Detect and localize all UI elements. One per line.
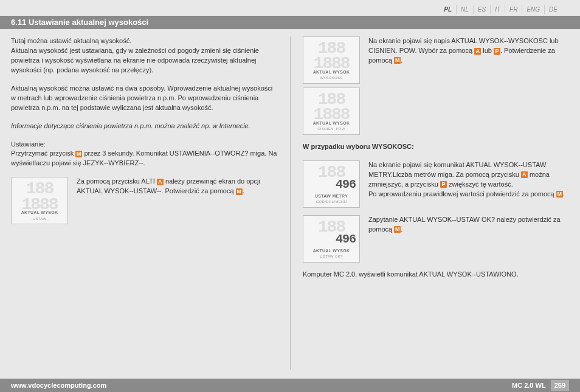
p-button-icon: P <box>494 48 500 55</box>
left-column: Tutaj można ustawić aktualną wysokość. A… <box>11 36 290 370</box>
lang-nl[interactable]: NL <box>456 5 473 14</box>
lcd-line: AKTUAL WYSOK <box>306 120 357 126</box>
text: . <box>243 187 244 194</box>
language-bar: PL NL ES IT FR ENG DE <box>440 5 562 14</box>
lang-es[interactable]: ES <box>473 5 490 14</box>
text: . <box>401 57 402 64</box>
lcd-row: 188 496 AKTUAL WYSOK USTAW OK? Zapytanie… <box>303 215 569 263</box>
lcd-line: WYSOKOSC <box>306 75 357 81</box>
m-button-icon: M <box>556 191 563 198</box>
text: . <box>563 190 565 198</box>
lcd-line: --USTAW-- <box>14 216 65 222</box>
body-text: Zapytanie AKTUAL WYSOK--USTAW OK? należy… <box>368 215 569 235</box>
footer-bar: www.vdocyclecomputing.com MC 2.0 WL 259 <box>0 379 580 392</box>
section-title: 6.11 Ustawianie aktualnej wysokości <box>0 16 580 29</box>
lang-pl[interactable]: PL <box>440 5 456 14</box>
lcd-screenshot: 188 496 AKTUAL WYSOK USTAW OK? <box>303 215 360 263</box>
text: Na ekranie pojawi się komunikat AKTUAL W… <box>368 161 546 178</box>
text: lub <box>481 47 494 54</box>
lcd-line: AKTUAL WYSOK <box>306 69 357 75</box>
page-number: 259 <box>551 380 569 391</box>
m-button-icon: M <box>394 226 401 233</box>
lcd-screenshot: 1881888 AKTUAL WYSOK WYSOKOSC <box>303 36 360 84</box>
body-text: Na ekranie pojawi się komunikat AKTUAL W… <box>368 160 569 199</box>
m-button-icon: M <box>236 188 243 195</box>
lang-de[interactable]: DE <box>544 5 562 14</box>
lcd-line: AKTUAL WYSOK <box>14 210 65 216</box>
body-text: Ustawianie: Przytrzymać przycisk M przez… <box>11 140 278 169</box>
footer-model: MC 2.0 WL <box>512 382 546 389</box>
m-button-icon: M <box>75 151 82 157</box>
lcd-screenshot: 1881888 AKTUAL WYSOK --USTAW-- <box>11 177 68 224</box>
lcd-row: 1881888 AKTUAL WYSOK WYSOKOSC 1881888 AK… <box>303 36 569 135</box>
p-button-icon: P <box>440 181 447 188</box>
lang-it[interactable]: IT <box>490 5 505 14</box>
text: Za pomocą przycisku ALTI <box>77 177 157 185</box>
lcd-value: 496 <box>306 176 357 193</box>
body-text: Tutaj można ustawić aktualną wysokość. A… <box>11 36 278 75</box>
lcd-line: AKTUAL WYSOK <box>306 248 357 254</box>
right-column: 1881888 AKTUAL WYSOK WYSOKOSC 1881888 AK… <box>290 36 569 370</box>
a-button-icon: A <box>474 48 481 55</box>
subheading: W przypadku wyboru WYSOKOSC: <box>303 142 569 152</box>
body-text: Aktualną wysokość można ustawić na dwa s… <box>11 84 278 113</box>
body-text: Na ekranie pojawi się napis AKTUAL WYSOK… <box>368 36 569 66</box>
a-button-icon: A <box>521 171 528 178</box>
text: Po wprowadzeniu prawidłowej wartości pot… <box>368 190 556 198</box>
text: Ustawianie: <box>11 140 46 148</box>
lcd-value: 496 <box>306 230 357 248</box>
body-text: Za pomocą przycisku ALTI A należy przewi… <box>77 177 278 196</box>
text: Aktualna wysokość jest ustawiana, gdy w … <box>11 47 259 74</box>
text: zwiększyć tę wartość. <box>447 181 513 188</box>
lang-fr[interactable]: FR <box>505 5 522 14</box>
lcd-line: GOR/DOL/MENU <box>306 199 357 205</box>
lcd-line: USTAW OK? <box>306 254 357 260</box>
lcd-row: 1881888 AKTUAL WYSOK --USTAW-- Za pomocą… <box>11 177 278 224</box>
text: Przytrzymać przycisk <box>11 150 75 157</box>
text: Tutaj można ustawić aktualną wysokość. <box>11 37 131 44</box>
lcd-row: 188 496 USTAW METRY GOR/DOL/MENU Na ekra… <box>303 160 569 208</box>
m-button-icon: M <box>394 57 401 64</box>
body-text: Komputer MC 2.0. wyświetli komunikat AKT… <box>303 270 569 280</box>
lcd-line: CISNIEN. POW <box>306 126 357 132</box>
lcd-screenshot: 188 496 USTAW METRY GOR/DOL/MENU <box>303 160 360 208</box>
text: . <box>401 225 402 233</box>
lang-eng[interactable]: ENG <box>522 5 544 14</box>
footer-url: www.vdocyclecomputing.com <box>11 382 106 389</box>
content-area: Tutaj można ustawić aktualną wysokość. A… <box>0 36 580 370</box>
a-button-icon: A <box>157 179 164 185</box>
lcd-line: USTAW METRY <box>306 193 357 199</box>
lcd-screenshot: 1881888 AKTUAL WYSOK CISNIEN. POW <box>303 88 360 135</box>
body-text-italic: Informacje dotyczące ciśnienia powietrza… <box>11 122 278 131</box>
